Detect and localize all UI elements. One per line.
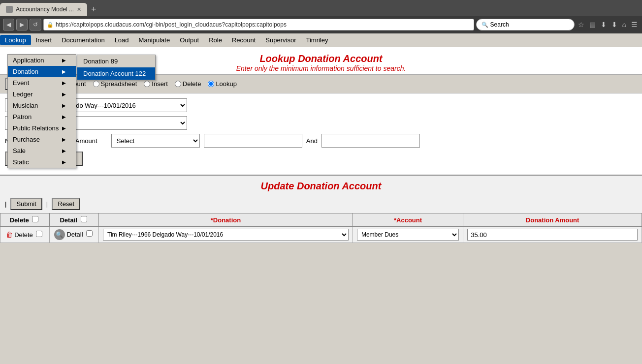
dropdown-item-musician[interactable]: Musician ▶ [8,100,76,111]
patron-arrow-icon: ▶ [62,114,66,120]
radio-insert-label: Insert [152,80,168,88]
active-tab: Accountancy Model ... ✕ [0,3,87,16]
menu-item-recount[interactable]: Recount [227,35,260,45]
row-delete-button[interactable]: 🗑 [6,231,13,239]
tab-favicon [6,6,13,13]
col-amount: Donation Amount [463,213,642,227]
bookmark-icon[interactable]: ☆ [577,21,586,29]
delete-all-checkbox[interactable] [32,216,38,222]
radio-insert[interactable]: Insert [141,79,171,89]
refresh-button[interactable]: ↺ [30,19,41,30]
dropdown-item-public-relations[interactable]: Public Relations ▶ [8,122,76,134]
menu-item-load[interactable]: Load [110,35,134,45]
radio-lookup-input[interactable] [208,81,214,87]
public-relations-arrow-icon: ▶ [62,125,66,131]
donation-submenu: Donation 89 Donation Account 122 [77,55,156,80]
row-delete-checkbox[interactable] [36,231,42,237]
menu-item-documentation[interactable]: Documentation [57,35,109,45]
application-arrow-icon: ▶ [62,58,66,63]
menu-icon[interactable]: ☰ [630,21,639,29]
dropdown-item-sale[interactable]: Sale ▶ [8,145,76,156]
and-label: And [306,137,318,145]
dropdown-item-donation-label: Donation [13,68,38,75]
detail-all-checkbox[interactable] [81,216,87,222]
update-section: Update Donation Account | Submit | Reset… [0,175,642,243]
amount-select[interactable]: Select [111,134,200,148]
amount-input-2[interactable] [321,134,420,148]
amount-row: No Display Donation Amount Select And [5,134,637,148]
dropdown-item-patron-label: Patron [13,113,32,121]
address-bar[interactable]: 🔒 https://capitolpops.cloudacus.com/cgi-… [43,19,474,30]
back-row: 🏠 Back to Prelookup [5,152,637,166]
update-title: Update Donation Account [0,181,642,192]
ledger-arrow-icon: ▶ [62,91,66,97]
amount-input[interactable] [204,134,302,148]
row-detail-button[interactable]: 🔍 [54,229,65,240]
home-icon[interactable]: ⌂ [621,21,628,29]
dropdown-item-musician-label: Musician [13,102,38,109]
dropdown-item-patron[interactable]: Patron ▶ [8,111,76,122]
second-select-row: Select [5,116,637,130]
menu-item-lookup[interactable]: Lookup [0,35,31,45]
dropdown-item-sale-label: Sale [13,147,26,154]
submit-button[interactable]: Submit [10,198,42,210]
dropdown-item-static[interactable]: Static ▶ [8,156,76,168]
row-amount-input[interactable] [467,229,638,241]
form-area: Tim Riley---1966 Delgado Way---10/01/201… [0,93,642,175]
tab-title: Accountancy Model ... [16,6,74,13]
new-tab-button[interactable]: + [87,3,100,16]
menu-item-output[interactable]: Output [175,35,204,45]
forward-button[interactable]: ▶ [16,19,28,30]
row-delete-label: Delete [14,231,33,239]
search-bar[interactable]: 🔍 Search [476,19,575,30]
dropdown-item-ledger[interactable]: Ledger ▶ [8,89,76,100]
radio-delete[interactable]: Delete [172,79,204,89]
download-icon[interactable]: ⬇ [610,21,619,29]
tab-close-button[interactable]: ✕ [77,6,81,13]
menu-item-manipulate[interactable]: Manipulate [134,35,175,45]
dropdown-item-application[interactable]: Application ▶ [8,55,76,66]
row-detail-cell: 🔍 Detail [50,227,99,243]
row-account-select[interactable]: Member Dues [357,229,459,241]
purchase-arrow-icon: ▶ [62,137,66,142]
radio-spreadsheet[interactable]: Spreadsheet [90,79,140,89]
radio-spreadsheet-label: Spreadsheet [101,80,137,88]
menu-item-insert[interactable]: Insert [31,35,57,45]
back-button[interactable]: ◀ [3,19,14,30]
update-header: Update Donation Account [0,176,642,195]
menu-bar: Lookup Insert Documentation Load Manipul… [0,33,642,47]
col-donation: *Donation [99,213,353,227]
table-row: 🗑 Delete 🔍 Detail Tim Riley---1966 Delga… [0,227,642,243]
radio-lookup-label: Lookup [216,80,237,88]
data-table: Delete Detail *Donation *Account Donatio… [0,213,642,243]
subdropdown-donation-89[interactable]: Donation 89 [77,55,155,67]
dropdown-item-purchase[interactable]: Purchase ▶ [8,134,76,145]
radio-insert-input[interactable] [144,81,150,87]
pocket-icon[interactable]: ⬇ [599,21,608,29]
radio-spreadsheet-input[interactable] [93,81,99,87]
menu-item-supervisor[interactable]: Supervisor [260,35,301,45]
subdropdown-donation-account-122[interactable]: Donation Account 122 [77,67,155,80]
menu-item-timriley[interactable]: Timriley [301,35,333,45]
search-placeholder: Search [490,21,509,28]
dropdown-item-donation[interactable]: Donation ▶ Donation 89 Donation Account … [8,66,76,77]
address-text: https://capitolpops.cloudacus.com/cgi-bi… [56,21,471,28]
radio-delete-input[interactable] [175,81,181,87]
reset-button[interactable]: Reset [52,198,80,210]
donation-arrow-icon: ▶ [62,69,66,74]
toolbar-separator-mid: | [46,200,48,208]
reader-icon[interactable]: ▤ [588,21,597,29]
row-amount-cell [463,227,642,243]
row-delete-cell: 🗑 Delete [0,227,50,243]
menu-item-role[interactable]: Role [204,35,227,45]
row-detail-checkbox[interactable] [86,230,93,237]
row-account-cell: Member Dues [353,227,463,243]
browser-chrome: Accountancy Model ... ✕ + ◀ ▶ ↺ 🔒 https:… [0,0,642,33]
dropdown-item-public-relations-label: Public Relations [13,124,59,132]
dropdown-item-application-label: Application [13,57,44,64]
col-account: *Account [353,213,463,227]
event-arrow-icon: ▶ [62,80,66,86]
radio-lookup[interactable]: Lookup [205,79,240,89]
dropdown-item-event[interactable]: Event ▶ [8,77,76,89]
row-donation-select[interactable]: Tim Riley---1966 Delgado Way---10/01/201… [103,229,349,241]
